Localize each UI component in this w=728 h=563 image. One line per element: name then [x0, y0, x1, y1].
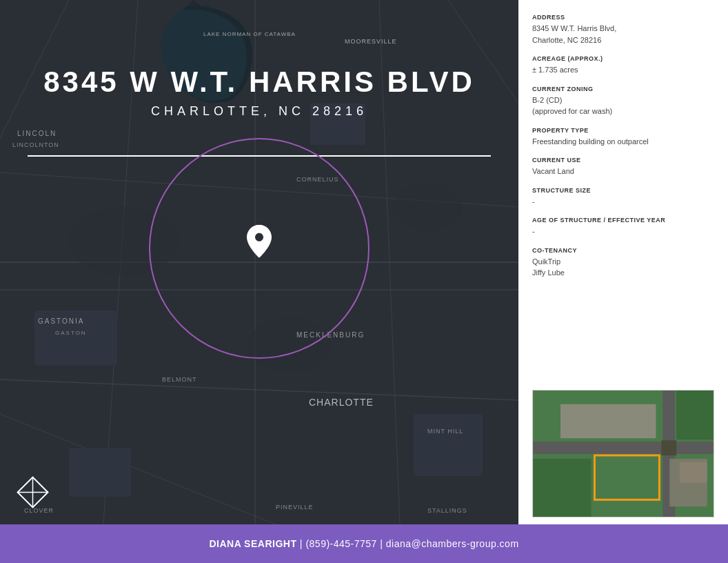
co-tenancy-line2: Jiffy Lube — [532, 267, 714, 279]
footer-bar: DIANA SEARIGHT | (859)-445-7757 | diana@… — [0, 524, 728, 563]
footer-agent-name: DIANA SEARIGHT — [209, 538, 296, 549]
zoning-label: CURRENT ZONING — [532, 86, 714, 92]
structure-size-section: STRUCTURE SIZE - — [532, 187, 714, 208]
current-use-label: CURRENT USE — [532, 157, 714, 164]
pineville-label: Pineville — [276, 504, 314, 511]
footer-separator2: | — [380, 538, 386, 549]
zoning-value: B-2 (CD) — [532, 95, 714, 106]
company-logo — [14, 473, 52, 514]
zoning-note: (approved for car wash) — [532, 106, 714, 117]
acreage-value: ± 1.735 acres — [532, 64, 714, 76]
charlotte-label: Charlotte — [309, 397, 374, 408]
co-tenancy-line1: QuikTrip — [532, 256, 714, 268]
svg-rect-22 — [533, 442, 713, 454]
svg-rect-12 — [414, 414, 483, 476]
lincoln-label: LINCOLN — [17, 130, 57, 137]
property-type-section: PROPERTY TYPE Freestanding building on o… — [532, 127, 714, 148]
mooresville-label: Mooresville — [345, 38, 397, 45]
structure-size-value: - — [532, 196, 714, 208]
acreage-label: ACREAGE (APPROX.) — [532, 55, 714, 62]
acreage-section: ACREAGE (APPROX.) ± 1.735 acres — [532, 55, 714, 76]
svg-rect-28 — [533, 459, 591, 517]
map-pin — [247, 225, 272, 264]
svg-rect-30 — [680, 462, 707, 483]
age-structure-value: - — [532, 226, 714, 237]
current-use-value: Vacant Land — [532, 166, 714, 177]
info-panel: ADDRESS 8345 W W.T. Harris Blvd, Charlot… — [518, 0, 728, 524]
lincolnton-label: Lincolnton — [12, 141, 59, 148]
footer-email: diana@chambers-group.com — [386, 538, 519, 549]
property-subtitle: CHARLOTTE, NC 28216 — [0, 104, 518, 119]
title-area: 8345 W W.T. Harris Blvd CHARLOTTE, NC 28… — [0, 66, 518, 119]
address-line2: Charlotte, NC 28216 — [532, 34, 714, 46]
svg-rect-27 — [661, 440, 676, 455]
co-tenancy-label: CO-TENANCY — [532, 247, 714, 254]
mint-hill-label: Mint Hill — [427, 428, 463, 435]
address-label: ADDRESS — [532, 14, 714, 21]
map-panel: Lake Norman of Catawba Mooresville LINCO… — [0, 0, 518, 524]
property-type-value: Freestanding building on outparcel — [532, 136, 714, 148]
lake-norman-label: Lake Norman of Catawba — [203, 31, 296, 37]
property-type-label: PROPERTY TYPE — [532, 127, 714, 134]
gaston-label: GASTON — [55, 330, 87, 336]
svg-point-17 — [393, 183, 462, 231]
aerial-image — [532, 390, 714, 517]
stallings-label: Stallings — [427, 507, 467, 514]
property-title: 8345 W W.T. Harris Blvd — [0, 66, 518, 99]
age-structure-section: AGE OF STRUCTURE / EFFECTIVE YEAR - — [532, 217, 714, 237]
svg-rect-24 — [560, 404, 656, 438]
svg-rect-29 — [676, 391, 713, 439]
co-tenancy-section: CO-TENANCY QuikTrip Jiffy Lube — [532, 247, 714, 279]
belmont-label: Belmont — [162, 376, 197, 383]
age-structure-label: AGE OF STRUCTURE / EFFECTIVE YEAR — [532, 217, 714, 224]
structure-size-label: STRUCTURE SIZE — [532, 187, 714, 194]
zoning-section: CURRENT ZONING B-2 (CD) (approved for ca… — [532, 86, 714, 117]
svg-rect-14 — [69, 448, 131, 497]
footer-phone: (859)-445-7757 — [305, 538, 377, 549]
address-line1: 8345 W W.T. Harris Blvd, — [532, 23, 714, 34]
footer-text: DIANA SEARIGHT | (859)-445-7757 | diana@… — [209, 538, 518, 549]
map-circle-container — [149, 138, 370, 359]
gastonia-label: GASTONIA — [38, 317, 85, 325]
main-content: Lake Norman of Catawba Mooresville LINCO… — [0, 0, 728, 524]
current-use-section: CURRENT USE Vacant Land — [532, 157, 714, 177]
address-section: ADDRESS 8345 W W.T. Harris Blvd, Charlot… — [532, 14, 714, 46]
